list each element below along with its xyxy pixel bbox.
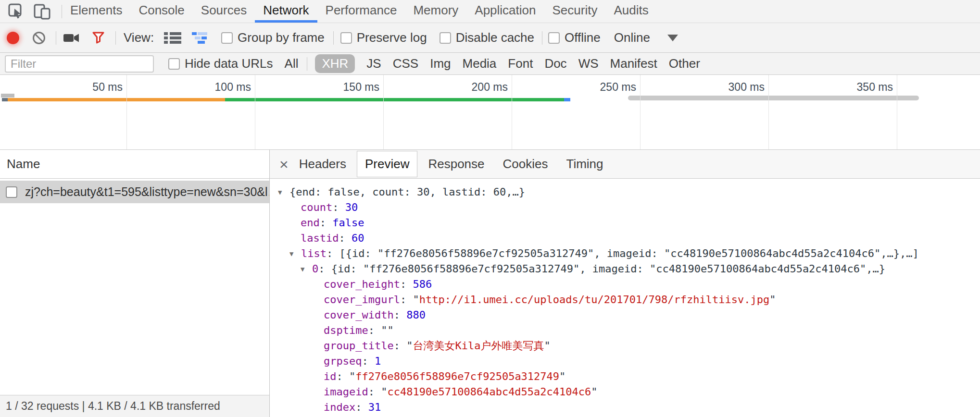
resource-type-xhr[interactable]: XHR bbox=[315, 54, 355, 73]
tree-segment: : bbox=[394, 340, 407, 352]
tree-segment: cover_imgurl bbox=[324, 294, 400, 306]
tree-segment: : bbox=[332, 201, 345, 213]
tree-row: group_title: "台湾美女Kila户外唯美写真" bbox=[270, 338, 980, 354]
main-tab-network[interactable]: Network bbox=[255, 0, 317, 23]
tree-row: cover_width: 880 bbox=[270, 307, 980, 323]
main-tab-application[interactable]: Application bbox=[466, 0, 544, 23]
network-filterbar: Hide data URLs AllXHRJSCSSImgMediaFontDo… bbox=[0, 53, 980, 75]
tree-segment: 880 bbox=[406, 309, 426, 321]
devtools-window: ElementsConsoleSourcesNetworkPerformance… bbox=[0, 0, 980, 417]
main-tab-console[interactable]: Console bbox=[130, 0, 192, 23]
filter-input[interactable] bbox=[5, 55, 154, 73]
request-row[interactable]: zj?ch=beauty&t1=595&listtype=new&sn=30&l… bbox=[0, 181, 269, 203]
tree-row: cover_imgurl: "http://i1.umei.cc/uploads… bbox=[270, 292, 980, 307]
timeline-bar-orange bbox=[8, 98, 225, 101]
request-checkbox[interactable] bbox=[6, 186, 17, 198]
main-tab-sources[interactable]: Sources bbox=[193, 0, 255, 23]
tree-segment: dsptime bbox=[324, 324, 368, 336]
timeline-tick-label: 200 ms bbox=[412, 81, 508, 94]
json-preview-tree: ▼{end: false, count: 30, lastid: 60,…}co… bbox=[270, 179, 980, 417]
list-view-icon[interactable] bbox=[163, 31, 182, 45]
resource-type-ws[interactable]: WS bbox=[578, 56, 599, 71]
timeline-gridline bbox=[768, 75, 769, 150]
resource-type-all[interactable]: All bbox=[285, 56, 299, 71]
tree-segment: 0 bbox=[312, 263, 318, 275]
detail-tab-cookies[interactable]: Cookies bbox=[495, 150, 556, 179]
requests-header[interactable]: Name bbox=[0, 150, 269, 179]
expand-arrow-icon[interactable]: ▼ bbox=[289, 246, 301, 261]
timeline-gridline bbox=[512, 75, 512, 150]
expand-arrow-icon[interactable]: ▼ bbox=[301, 261, 312, 277]
timeline-gridline bbox=[126, 75, 127, 150]
timeline-tick-label: 150 ms bbox=[283, 81, 379, 94]
tree-row: id: "ff276e8056f58896e7cf92505a312749" bbox=[270, 369, 980, 384]
main-tab-memory[interactable]: Memory bbox=[405, 0, 466, 23]
resource-type-media[interactable]: Media bbox=[463, 56, 497, 71]
clear-icon[interactable] bbox=[32, 31, 46, 45]
record-button[interactable] bbox=[7, 32, 19, 44]
preserve-log-label[interactable]: Preserve log bbox=[357, 30, 427, 45]
filter-funnel-icon[interactable] bbox=[92, 31, 105, 44]
tree-segment: grpseq bbox=[324, 355, 362, 367]
resource-type-manifest[interactable]: Manifest bbox=[610, 56, 657, 71]
expand-arrow-icon[interactable]: ▼ bbox=[278, 184, 289, 200]
offline-label[interactable]: Offline bbox=[565, 30, 601, 45]
resource-type-css[interactable]: CSS bbox=[393, 56, 418, 71]
offline-checkbox[interactable] bbox=[548, 32, 560, 44]
tree-segment: " bbox=[769, 294, 776, 306]
main-tab-elements[interactable]: Elements bbox=[62, 0, 130, 23]
main-tab-audits[interactable]: Audits bbox=[605, 0, 656, 23]
tree-segment: : bbox=[400, 294, 413, 306]
tree-segment: : bbox=[368, 386, 381, 398]
detail-tab-timing[interactable]: Timing bbox=[558, 150, 611, 179]
timeline-tick-label: 250 ms bbox=[540, 81, 636, 94]
device-toolbar-icon[interactable] bbox=[32, 0, 53, 23]
resource-type-img[interactable]: Img bbox=[430, 56, 451, 71]
disable-cache-label[interactable]: Disable cache bbox=[456, 30, 534, 45]
screenshot-camera-icon[interactable] bbox=[63, 32, 80, 44]
chevron-down-icon[interactable] bbox=[667, 35, 678, 41]
tree-segment: lastid bbox=[301, 232, 339, 244]
tree-segment: ff276e8056f58896e7cf92505a312749 bbox=[355, 370, 559, 382]
tree-row[interactable]: ▼0: {id: "ff276e8056f58896e7cf92505a3127… bbox=[270, 261, 980, 277]
tree-segment: : bbox=[320, 217, 333, 229]
tree-segment: "" bbox=[381, 324, 394, 336]
tree-segment: " bbox=[559, 370, 565, 382]
group-by-frame-checkbox[interactable] bbox=[221, 32, 233, 44]
tree-segment: : {id: "ff276e8056f58896e7cf92505a312749… bbox=[318, 263, 885, 275]
tree-row: dsptime: "" bbox=[270, 323, 980, 338]
tree-row[interactable]: ▼list: [{id: "ff276e8056f58896e7cf92505a… bbox=[270, 246, 980, 261]
disable-cache-checkbox[interactable] bbox=[440, 32, 451, 44]
tree-segment: imageid bbox=[324, 386, 368, 398]
close-icon[interactable]: × bbox=[279, 157, 289, 172]
waterfall-view-icon[interactable] bbox=[191, 31, 210, 45]
divider bbox=[542, 31, 542, 45]
resource-type-doc[interactable]: Doc bbox=[544, 56, 566, 71]
overview-corner-block bbox=[1, 94, 14, 98]
timeline-overview[interactable]: 50 ms100 ms150 ms200 ms250 ms300 ms350 m… bbox=[0, 75, 980, 150]
tree-segment: http://i1.umei.cc/uploads/tu/201701/798/… bbox=[419, 294, 769, 306]
group-by-frame-label[interactable]: Group by frame bbox=[238, 30, 325, 45]
detail-tab-preview[interactable]: Preview bbox=[357, 151, 417, 177]
tree-row: index: 31 bbox=[270, 400, 980, 415]
network-toolbar: View: Group by frame Preserve log Disabl… bbox=[0, 23, 980, 53]
resource-type-font[interactable]: Font bbox=[508, 56, 533, 71]
hide-data-urls-checkbox[interactable] bbox=[168, 58, 180, 70]
main-tab-security[interactable]: Security bbox=[544, 0, 606, 23]
timeline-gridline bbox=[383, 75, 384, 150]
detail-tab-headers[interactable]: Headers bbox=[291, 150, 354, 179]
throttling-select[interactable]: Online bbox=[614, 30, 650, 45]
main-tab-performance[interactable]: Performance bbox=[317, 0, 405, 23]
detail-tab-response[interactable]: Response bbox=[420, 150, 492, 179]
preserve-log-checkbox[interactable] bbox=[340, 32, 352, 44]
tree-row: end: false bbox=[270, 215, 980, 231]
hide-data-urls-label[interactable]: Hide data URLs bbox=[185, 56, 273, 71]
inspect-element-icon[interactable] bbox=[6, 0, 27, 23]
resource-type-other[interactable]: Other bbox=[669, 56, 700, 71]
resource-type-js[interactable]: JS bbox=[366, 56, 381, 71]
tree-row[interactable]: ▼{end: false, count: 30, lastid: 60,…} bbox=[270, 184, 980, 200]
tree-segment: " bbox=[349, 370, 355, 382]
overview-scrollbar-thumb[interactable] bbox=[628, 96, 919, 100]
tree-segment: : bbox=[339, 232, 352, 244]
tree-segment: : [{id: "ff276e8056f58896e7cf92505a31274… bbox=[327, 247, 919, 259]
